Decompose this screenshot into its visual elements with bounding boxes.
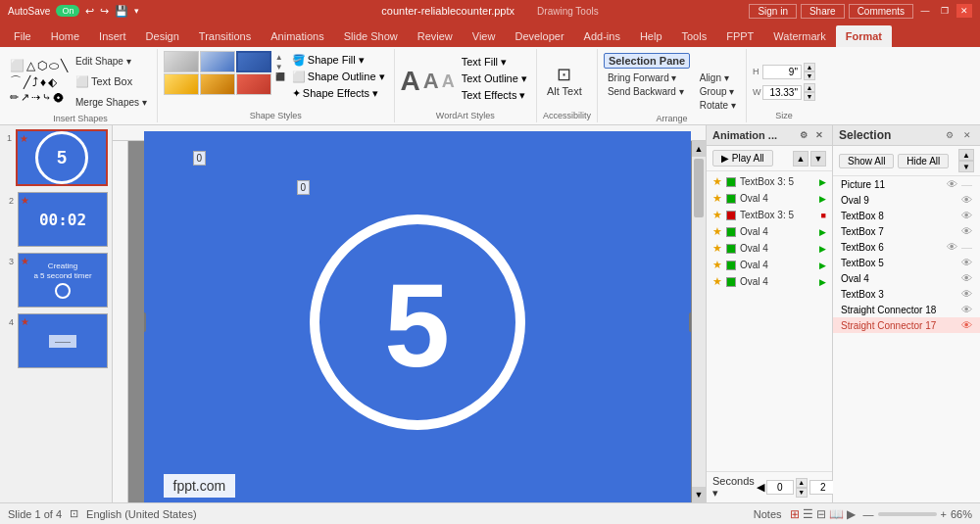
shape-icon-5[interactable]: ╲ (61, 59, 68, 72)
sel-nav-up-button[interactable]: ▲ (958, 149, 974, 161)
reading-view-button[interactable]: 📖 (829, 507, 844, 521)
sel-item-8[interactable]: Straight Connector 18 👁 (833, 302, 980, 317)
shape-fill-button[interactable]: 🪣 Shape Fill ▾ (289, 53, 388, 68)
slide-2[interactable]: 00:02 ★ (18, 192, 108, 247)
shape-icon-3[interactable]: ⬡ (37, 59, 47, 72)
style-swatch-6[interactable] (236, 73, 271, 95)
bring-forward-button[interactable]: Bring Forward ▾ (604, 71, 688, 84)
width-up-button[interactable]: ▲ (804, 83, 815, 92)
tab-animations[interactable]: Animations (261, 25, 333, 47)
shape-icon-1[interactable]: ⬜ (10, 59, 24, 72)
tab-design[interactable]: Design (136, 25, 189, 47)
sel-item-3[interactable]: TextBox 7 👁 (833, 223, 980, 239)
slideshow-view-button[interactable]: ▶ (847, 507, 856, 521)
wordart-a2[interactable]: A (423, 71, 439, 92)
customize-icon[interactable]: ▾ (134, 6, 139, 16)
styles-down-icon[interactable]: ▼ (275, 63, 285, 71)
slide-textbox-1[interactable]: 0 (297, 180, 311, 195)
anim-down-button[interactable]: ▼ (810, 151, 826, 167)
anim-item-6[interactable]: ★ Oval 4 ▶ (707, 273, 832, 290)
slide-thumb-4[interactable]: 4 —— ★ (4, 313, 108, 368)
zoom-level[interactable]: 66% (951, 508, 972, 520)
tab-insert[interactable]: Insert (89, 25, 136, 47)
shape-icon-14[interactable]: ⤷ (42, 91, 51, 104)
rotate-button[interactable]: Rotate ▾ (696, 99, 740, 112)
minimize-button[interactable]: — (917, 4, 933, 18)
notes-button[interactable]: Notes (754, 508, 782, 520)
width-down-button[interactable]: ▼ (804, 92, 815, 101)
hide-all-button[interactable]: Hide All (898, 154, 949, 168)
tab-tools[interactable]: Tools (672, 25, 717, 47)
height-input[interactable] (762, 65, 802, 79)
zoom-in-icon[interactable]: + (941, 508, 947, 520)
shape-icon-11[interactable]: ✏ (10, 91, 19, 104)
zoom-out-icon[interactable]: — (863, 508, 874, 520)
animation-panel-close-icon[interactable]: ✕ (812, 128, 826, 142)
height-down-button[interactable]: ▼ (804, 71, 815, 80)
sel-item-5[interactable]: TextBox 5 👁 (833, 255, 980, 270)
style-swatch-3[interactable] (236, 51, 271, 72)
send-backward-button[interactable]: Send Backward ▾ (604, 85, 688, 98)
seconds-down-1[interactable]: ▼ (796, 488, 808, 498)
anim-back-icon[interactable]: ◀ (757, 481, 764, 494)
style-swatch-5[interactable] (200, 73, 235, 95)
show-all-button[interactable]: Show All (839, 154, 894, 168)
sel-eye-6[interactable]: 👁 (961, 272, 972, 284)
sel-item-9[interactable]: Straight Connector 17 👁 (833, 317, 980, 333)
anim-up-button[interactable]: ▲ (793, 151, 808, 167)
anim-item-4[interactable]: ★ Oval 4 ▶ (707, 240, 832, 257)
scroll-thumb[interactable] (694, 159, 704, 217)
tab-transitions[interactable]: Transitions (189, 25, 261, 47)
normal-view-button[interactable]: ⊞ (790, 507, 800, 521)
styles-up-icon[interactable]: ▲ (275, 53, 285, 62)
styles-more-icon[interactable]: ⬛ (275, 72, 285, 81)
tab-home[interactable]: Home (41, 25, 89, 47)
sel-item-0[interactable]: Picture 11 👁 — (833, 176, 980, 192)
sel-eye-1[interactable]: 👁 (961, 194, 972, 206)
height-up-button[interactable]: ▲ (804, 63, 815, 71)
save-icon[interactable]: 💾 (115, 5, 128, 18)
handle-right[interactable] (689, 312, 691, 332)
handle-left[interactable] (144, 312, 146, 332)
text-outline-button[interactable]: Text Outline ▾ (459, 71, 530, 86)
slide-thumb-2[interactable]: 2 00:02 ★ (4, 192, 108, 247)
selection-panel-settings-icon[interactable]: ⚙ (943, 128, 956, 142)
share-button[interactable]: Share (801, 4, 845, 19)
slide-thumb-3[interactable]: 3 Creatinga 5 second timer ★ (4, 253, 108, 308)
restore-button[interactable]: ❐ (937, 4, 953, 18)
tab-help[interactable]: Help (630, 25, 672, 47)
seconds-input-1[interactable] (766, 480, 794, 495)
slide-sorter-button[interactable]: ⊟ (816, 507, 826, 521)
wordart-a3[interactable]: A (442, 72, 455, 90)
shape-icon-9[interactable]: ♦ (40, 75, 46, 89)
sel-item-7[interactable]: TextBox 3 👁 (833, 286, 980, 302)
sel-eye-0[interactable]: 👁 (947, 178, 957, 190)
wordart-a1[interactable]: A (401, 68, 420, 95)
scroll-up-button[interactable]: ▲ (692, 141, 706, 157)
slide-3[interactable]: Creatinga 5 second timer ★ (18, 253, 108, 308)
language-label[interactable]: English (United States) (86, 508, 197, 520)
animation-panel-settings-icon[interactable]: ⚙ (797, 128, 810, 142)
sign-in-button[interactable]: Sign in (749, 4, 797, 19)
comments-button[interactable]: Comments (849, 4, 913, 19)
tab-view[interactable]: View (463, 25, 506, 47)
shape-effects-button[interactable]: ✦ Shape Effects ▾ (289, 86, 388, 101)
sel-eye-7[interactable]: 👁 (961, 288, 972, 300)
sel-eye-5[interactable]: 👁 (961, 257, 972, 268)
shape-icon-12[interactable]: ↗ (21, 91, 29, 104)
selection-pane-button[interactable]: Selection Pane (604, 53, 690, 69)
group-button[interactable]: Group ▾ (696, 85, 740, 98)
tab-fppt[interactable]: FPPT (716, 25, 763, 47)
redo-icon[interactable]: ↪ (100, 5, 109, 18)
sel-eye-3[interactable]: 👁 (961, 225, 972, 237)
autosave-toggle[interactable]: On (56, 5, 79, 17)
text-effects-button[interactable]: Text Effects ▾ (459, 88, 530, 103)
style-swatch-2[interactable] (200, 51, 235, 72)
zoom-slider[interactable] (878, 512, 937, 516)
sel-item-1[interactable]: Oval 9 👁 (833, 192, 980, 208)
accessibility-check-icon[interactable]: ⊡ (70, 507, 78, 520)
anim-item-3[interactable]: ★ Oval 4 ▶ (707, 223, 832, 240)
slide-textbox-0[interactable]: 0 (193, 151, 207, 166)
text-box-button[interactable]: ⬜ Text Box (72, 74, 151, 89)
tab-slideshow[interactable]: Slide Show (334, 25, 408, 47)
